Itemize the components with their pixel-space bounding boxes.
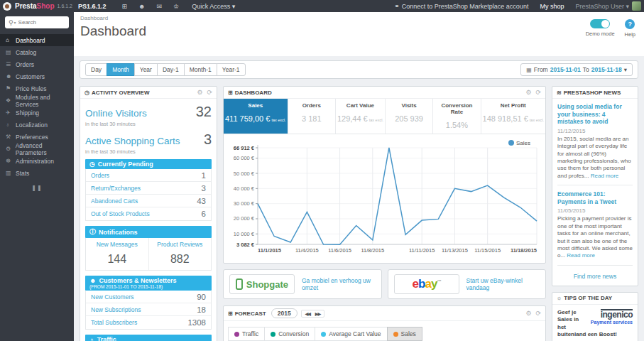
sidebar-item-stats[interactable]: ▥Stats [0, 167, 74, 179]
panel-title: DASHBOARD [235, 90, 272, 96]
clock-icon: ◷ [84, 90, 89, 96]
online-visitors-link[interactable]: Online Visitors [85, 108, 147, 119]
svg-text:11/8/2015: 11/8/2015 [361, 247, 384, 254]
kpi-cart-value[interactable]: Cart Value 129,44 €tax excl. [336, 99, 386, 134]
date-filter-bar: Day Month Year Day-1 Month-1 Year-1 ▦ Fr… [80, 60, 638, 79]
news-article-title[interactable]: Ecommerce 101: Payments in a Tweet [557, 190, 633, 205]
date-range-picker[interactable]: ▦ From2015-11-01 To2015-11-18 ▾ [520, 63, 633, 76]
shopgate-link[interactable]: Ga mobiel en verhoog uw omzet [302, 277, 376, 291]
refresh-icon[interactable]: ⟳ [535, 310, 541, 317]
news-article-title[interactable]: Using social media for your business: 4 … [557, 103, 633, 126]
cart-icon: ⊞ [228, 310, 233, 317]
chevron-down-icon: ▾ [14, 20, 16, 25]
ebay-link[interactable]: Start uw eBay-winkel vandaag [466, 277, 540, 291]
range-day-button[interactable]: Day [85, 63, 107, 76]
demo-mode-toggle[interactable] [590, 19, 610, 28]
forecast-tab-conversion[interactable]: Conversion [264, 327, 315, 341]
sidebar-item-advanced-parameters[interactable]: ⚙Advanced Parameters [0, 143, 74, 155]
sidebar-item-administration[interactable]: ☸Administration [0, 155, 74, 167]
search-box[interactable]: ⚲ ▾ [5, 16, 69, 28]
stats-icon: ▥ [6, 170, 16, 176]
range-button-group: Day Month Year Day-1 Month-1 Year-1 [85, 63, 246, 76]
pending-row-abandoned-carts[interactable]: Abandoned Carts43 [86, 195, 211, 207]
help-button[interactable]: ? [625, 19, 635, 29]
chevron-down-icon: ▾ [626, 3, 629, 10]
range-day-1-button[interactable]: Day-1 [157, 63, 185, 76]
svg-text:11/6/2015: 11/6/2015 [328, 247, 351, 254]
forecast-tab-average-cart-value[interactable]: Average Cart Value [315, 327, 387, 341]
mail-icon[interactable]: ✉ [157, 3, 163, 10]
gear-icon[interactable]: ⚙ [197, 89, 202, 96]
kpi-conversion-rate[interactable]: Conversion Rate 1.54% [433, 99, 481, 134]
sidebar-item-catalog[interactable]: ▤Catalog [0, 46, 74, 58]
sidebar-item-preferences[interactable]: ⚒Preferences [0, 131, 74, 143]
refresh-icon[interactable]: ⟳ [207, 89, 212, 96]
next-year-button[interactable]: ▶▶ [315, 311, 320, 316]
active-carts-value: 3 [204, 131, 212, 148]
forecast-tab-traffic[interactable]: Traffic [228, 327, 265, 341]
breadcrumb[interactable]: Dashboard [80, 15, 637, 21]
customers-row-new-customers[interactable]: New Customers90 [86, 291, 211, 303]
range-year-1-button[interactable]: Year-1 [217, 63, 246, 76]
sidebar-item-modules[interactable]: ❖Modules and Services [0, 94, 74, 107]
sidebar-item-price-rules[interactable]: ⚑Price Rules [0, 82, 74, 94]
svg-text:11/11/2015: 11/11/2015 [409, 247, 435, 254]
new-messages-cell[interactable]: New Messages 144 [86, 238, 148, 270]
kpi-net-profit[interactable]: Net Profit 148 918,51 €tax excl. [481, 99, 545, 134]
trophy-icon[interactable]: ♔ [173, 3, 179, 10]
news-article-excerpt: In 2015, social media are an integral pa… [557, 136, 633, 180]
sidebar-item-orders[interactable]: ☰Orders [0, 58, 74, 70]
demo-mode-label: Demo mode [586, 31, 615, 37]
quick-access-menu[interactable]: Quick Access ▾ [192, 3, 235, 10]
refresh-icon[interactable]: ⟳ [535, 89, 541, 96]
kpi-visits[interactable]: Visits 205 939 [386, 99, 433, 134]
gear-icon[interactable]: ⚙ [525, 310, 531, 317]
range-month-1-button[interactable]: Month-1 [184, 63, 217, 76]
read-more-link[interactable]: Read more [567, 252, 595, 259]
gear-icon[interactable]: ⚙ [525, 89, 531, 96]
shopgate-module-card: Shopgate Ga mobiel en verhoog uw omzet [223, 269, 382, 299]
news-article-date: 11/12/2015 [557, 128, 633, 134]
pending-row-orders[interactable]: Orders1 [86, 169, 211, 182]
product-reviews-cell[interactable]: Product Reviews 882 [148, 238, 212, 270]
sidebar-collapse-button[interactable]: ❚❚ [0, 185, 74, 191]
forecast-tab-sales[interactable]: Sales [387, 327, 422, 341]
user-avatar[interactable] [632, 1, 641, 11]
svg-text:3 082 €: 3 082 € [236, 242, 255, 248]
kpi-sales[interactable]: Sales 411 759,00 €tax excl. [224, 99, 288, 134]
sidebar-item-dashboard[interactable]: ⌂Dashboard [0, 34, 74, 46]
customers-row-total-subscribers[interactable]: Total Subscribers1308 [86, 316, 211, 329]
svg-text:60 000 €: 60 000 € [234, 155, 255, 161]
ingenico-logo: ingenico Payment services [589, 309, 633, 325]
sidebar-item-localization[interactable]: ♁Localization [0, 119, 74, 131]
online-visitors-value: 32 [196, 104, 212, 120]
average-cart-value-dot-icon [321, 332, 326, 337]
active-carts-link[interactable]: Active Shopping Carts [85, 136, 180, 146]
sidebar-item-customers[interactable]: ☻Customers [0, 70, 74, 82]
chevron-down-icon: ▾ [624, 66, 627, 73]
svg-text:11/15/2015: 11/15/2015 [474, 247, 501, 254]
user-menu[interactable]: PrestaShop User ▾ [575, 3, 629, 10]
range-month-button[interactable]: Month [107, 63, 135, 76]
dashboard-panel: ⊞ DASHBOARD ⚙ ⟳ Sales 411 759,00 €tax ex… [223, 86, 546, 264]
sidebar-item-shipping[interactable]: ✈Shipping [0, 107, 74, 119]
kpi-orders[interactable]: Orders 3 181 [288, 99, 336, 134]
svg-text:20 000 €: 20 000 € [234, 215, 255, 222]
svg-text:11/13/2015: 11/13/2015 [442, 247, 468, 254]
customers-row-new-subscriptions[interactable]: New Subscriptions18 [86, 303, 211, 316]
cart-icon[interactable]: ⊞ [122, 3, 128, 10]
pending-row-returns[interactable]: Return/Exchanges3 [86, 182, 211, 195]
read-more-link[interactable]: Read more [591, 173, 619, 179]
link-icon: ⚭ [394, 3, 400, 10]
pending-row-out-of-stock[interactable]: Out of Stock Products6 [86, 207, 211, 220]
range-year-button[interactable]: Year [134, 63, 158, 76]
search-input[interactable] [18, 19, 61, 26]
customers-icon[interactable]: ☻ [138, 3, 145, 10]
orders-icon: ☰ [6, 61, 16, 67]
previous-year-button[interactable]: ◀◀ [305, 311, 310, 316]
find-more-news-link[interactable]: Find more news [557, 271, 633, 281]
calendar-icon: ▦ [526, 67, 532, 73]
forecast-year[interactable]: 2015 [271, 308, 298, 318]
marketplace-link[interactable]: ⚭Connect to PrestaShop Marketplace accou… [394, 3, 528, 10]
my-shop-link[interactable]: My shop [540, 3, 564, 10]
